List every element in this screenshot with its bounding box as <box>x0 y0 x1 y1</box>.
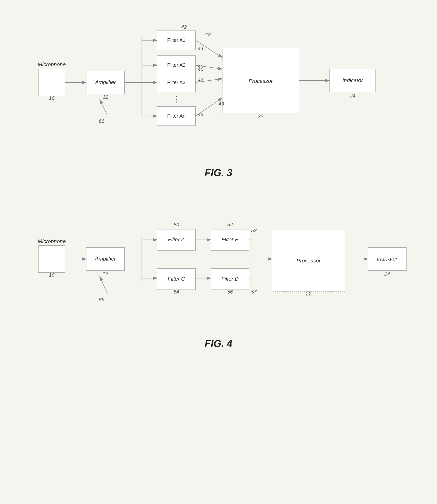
fig4-title: FIG. 4 <box>27 338 410 349</box>
microphone-ref-4: 10 <box>49 272 55 278</box>
filter-d-ref: 56 <box>227 289 233 295</box>
filter-c-label: Filter C <box>168 276 185 282</box>
filter-a3-label: Filter A3 <box>167 79 185 85</box>
microphone-box-4 <box>38 246 65 272</box>
filter-a2-right-ref: 46 <box>198 66 203 72</box>
arrow-an-proc <box>196 98 222 116</box>
arrow-66 <box>100 100 107 115</box>
indicator-label-4: Indicator <box>377 256 398 262</box>
indicator-label: Indicator <box>342 77 363 83</box>
amplifier-label: Amplifier <box>95 79 116 85</box>
amplifier-ref-4: 12 <box>103 271 108 277</box>
amplifier-ref: 12 <box>103 94 108 100</box>
ref-86: 86 <box>99 297 104 302</box>
processor-label-4: Processor <box>297 258 321 264</box>
filter-a1-arrow-ref: 44 <box>198 45 203 51</box>
microphone-label-4: Microphone <box>38 238 66 244</box>
filter-a-label: Filter A <box>168 237 185 243</box>
microphone-label: Microphone <box>38 62 66 67</box>
filter-d-label: Filter D <box>221 276 239 282</box>
filter-an-label: Filter An <box>167 113 185 119</box>
processor-label: Processor <box>248 78 273 84</box>
filter-a1-ref: 42 <box>181 24 187 30</box>
microphone-ref: 10 <box>49 95 55 101</box>
filter-b-ref: 52 <box>227 222 233 227</box>
microphone-box <box>38 69 65 96</box>
ref-66: 66 <box>99 118 104 124</box>
indicator-ref-4: 24 <box>384 271 390 277</box>
processor-arrow-ref: 43 <box>205 31 211 37</box>
processor-ref-4: 22 <box>306 291 311 297</box>
filter-a1-label: Filter A1 <box>167 37 185 43</box>
ellipsis-dots: ⋮ <box>172 95 180 103</box>
filter-a2-label: Filter A2 <box>167 62 185 68</box>
filter-a-ref: 50 <box>174 222 179 227</box>
filter-c-ref: 54 <box>174 289 179 295</box>
indicator-ref: 24 <box>350 93 356 99</box>
filter-b-label: Filter B <box>222 237 239 243</box>
fig3-title: FIG. 3 <box>27 167 410 178</box>
processor-ref: 22 <box>258 113 264 119</box>
amplifier-label-4: Amplifier <box>95 256 116 262</box>
fig3-container: Microphone 10 Amplifier 12 66 Filter A1 … <box>27 11 410 178</box>
fig4-svg: Microphone 10 Amplifier 12 86 Filter A 5… <box>27 194 410 332</box>
filter-an-proc-ref: 49 <box>218 101 224 107</box>
fig3-svg: Microphone 10 Amplifier 12 66 Filter A1 … <box>27 11 410 161</box>
fig4-container: Microphone 10 Amplifier 12 86 Filter A 5… <box>27 194 410 349</box>
arrow-86 <box>100 276 107 294</box>
